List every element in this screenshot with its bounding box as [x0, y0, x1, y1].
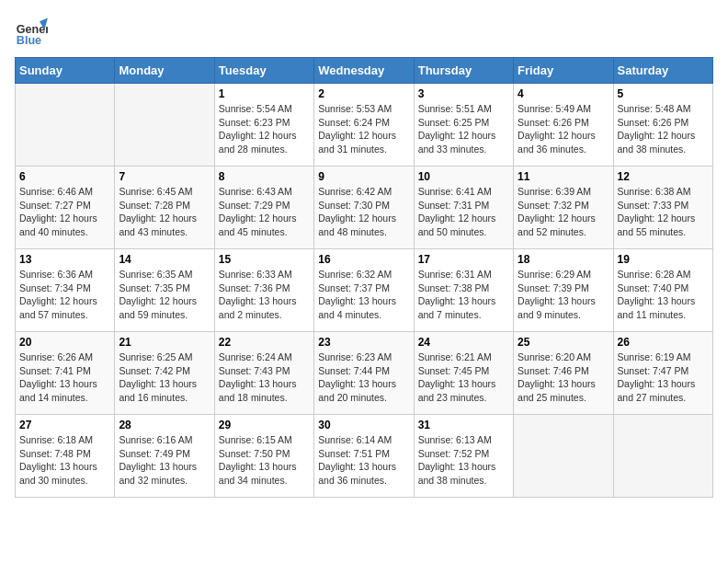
day-info: Sunrise: 5:54 AM Sunset: 6:23 PM Dayligh…	[219, 102, 310, 156]
calendar-cell	[115, 84, 214, 167]
day-info: Sunrise: 6:28 AM Sunset: 7:40 PM Dayligh…	[618, 268, 709, 322]
calendar-cell: 13Sunrise: 6:36 AM Sunset: 7:34 PM Dayli…	[16, 249, 115, 332]
calendar-cell: 5Sunrise: 5:48 AM Sunset: 6:26 PM Daylig…	[613, 84, 712, 167]
day-info: Sunrise: 6:31 AM Sunset: 7:38 PM Dayligh…	[418, 268, 509, 322]
day-info: Sunrise: 6:20 AM Sunset: 7:46 PM Dayligh…	[518, 350, 609, 405]
day-number: 30	[318, 419, 409, 431]
day-number: 22	[219, 336, 310, 349]
day-number: 5	[618, 87, 709, 100]
calendar-cell: 9Sunrise: 6:42 AM Sunset: 7:30 PM Daylig…	[314, 167, 414, 249]
calendar-cell: 21Sunrise: 6:25 AM Sunset: 7:42 PM Dayli…	[115, 332, 214, 415]
day-number: 3	[418, 87, 509, 100]
calendar-cell: 10Sunrise: 6:41 AM Sunset: 7:31 PM Dayli…	[414, 167, 513, 249]
day-number: 4	[518, 87, 609, 100]
day-info: Sunrise: 5:53 AM Sunset: 6:24 PM Dayligh…	[318, 102, 409, 156]
calendar-cell: 16Sunrise: 6:32 AM Sunset: 7:37 PM Dayli…	[314, 249, 414, 332]
calendar-cell: 8Sunrise: 6:43 AM Sunset: 7:29 PM Daylig…	[214, 167, 313, 249]
day-info: Sunrise: 6:38 AM Sunset: 7:33 PM Dayligh…	[618, 185, 709, 239]
day-number: 8	[219, 170, 310, 183]
day-number: 9	[318, 170, 409, 183]
day-number: 18	[518, 253, 609, 266]
page-header: General Blue	[15, 15, 713, 48]
column-header-tuesday: Tuesday	[214, 58, 313, 84]
column-header-saturday: Saturday	[613, 58, 712, 84]
calendar-cell: 14Sunrise: 6:35 AM Sunset: 7:35 PM Dayli…	[115, 249, 214, 332]
column-header-thursday: Thursday	[414, 58, 513, 84]
calendar-cell	[16, 84, 115, 167]
column-header-monday: Monday	[115, 58, 214, 84]
day-number: 14	[119, 253, 210, 266]
day-number: 31	[418, 419, 509, 431]
calendar-cell: 3Sunrise: 5:51 AM Sunset: 6:25 PM Daylig…	[414, 84, 513, 167]
day-info: Sunrise: 6:36 AM Sunset: 7:34 PM Dayligh…	[19, 268, 110, 322]
day-info: Sunrise: 6:43 AM Sunset: 7:29 PM Dayligh…	[219, 185, 310, 239]
calendar-cell: 26Sunrise: 6:19 AM Sunset: 7:47 PM Dayli…	[613, 332, 712, 415]
calendar-cell: 27Sunrise: 6:18 AM Sunset: 7:48 PM Dayli…	[16, 415, 115, 498]
day-info: Sunrise: 6:25 AM Sunset: 7:42 PM Dayligh…	[119, 350, 210, 405]
day-info: Sunrise: 6:19 AM Sunset: 7:47 PM Dayligh…	[618, 350, 709, 405]
day-info: Sunrise: 6:13 AM Sunset: 7:52 PM Dayligh…	[418, 433, 509, 488]
day-number: 15	[219, 253, 310, 266]
day-info: Sunrise: 6:32 AM Sunset: 7:37 PM Dayligh…	[318, 268, 409, 322]
day-number: 13	[19, 253, 110, 266]
calendar-cell: 12Sunrise: 6:38 AM Sunset: 7:33 PM Dayli…	[613, 167, 712, 249]
calendar-cell: 1Sunrise: 5:54 AM Sunset: 6:23 PM Daylig…	[214, 84, 313, 167]
calendar-week-1: 1Sunrise: 5:54 AM Sunset: 6:23 PM Daylig…	[16, 84, 713, 167]
day-info: Sunrise: 6:14 AM Sunset: 7:51 PM Dayligh…	[318, 433, 409, 488]
calendar-cell: 15Sunrise: 6:33 AM Sunset: 7:36 PM Dayli…	[214, 249, 313, 332]
logo-icon: General Blue	[15, 15, 48, 48]
day-number: 11	[518, 170, 609, 183]
day-info: Sunrise: 6:15 AM Sunset: 7:50 PM Dayligh…	[219, 433, 310, 488]
day-info: Sunrise: 6:41 AM Sunset: 7:31 PM Dayligh…	[418, 185, 509, 239]
day-info: Sunrise: 6:42 AM Sunset: 7:30 PM Dayligh…	[318, 185, 409, 239]
day-info: Sunrise: 6:35 AM Sunset: 7:35 PM Dayligh…	[119, 268, 210, 322]
column-header-wednesday: Wednesday	[314, 58, 414, 84]
calendar-cell	[514, 415, 613, 498]
calendar-cell: 24Sunrise: 6:21 AM Sunset: 7:45 PM Dayli…	[414, 332, 513, 415]
day-number: 26	[618, 336, 709, 349]
day-number: 17	[418, 253, 509, 266]
column-header-sunday: Sunday	[16, 58, 115, 84]
calendar-cell: 31Sunrise: 6:13 AM Sunset: 7:52 PM Dayli…	[414, 415, 513, 498]
calendar-cell: 22Sunrise: 6:24 AM Sunset: 7:43 PM Dayli…	[214, 332, 313, 415]
calendar-cell: 6Sunrise: 6:46 AM Sunset: 7:27 PM Daylig…	[16, 167, 115, 249]
day-number: 6	[19, 170, 110, 183]
day-info: Sunrise: 6:18 AM Sunset: 7:48 PM Dayligh…	[19, 433, 110, 488]
calendar-table: SundayMondayTuesdayWednesdayThursdayFrid…	[15, 57, 713, 498]
day-info: Sunrise: 6:23 AM Sunset: 7:44 PM Dayligh…	[318, 350, 409, 405]
calendar-cell: 18Sunrise: 6:29 AM Sunset: 7:39 PM Dayli…	[514, 249, 613, 332]
day-number: 23	[318, 336, 409, 349]
day-info: Sunrise: 6:29 AM Sunset: 7:39 PM Dayligh…	[518, 268, 609, 322]
calendar-cell: 28Sunrise: 6:16 AM Sunset: 7:49 PM Dayli…	[115, 415, 214, 498]
calendar-cell: 2Sunrise: 5:53 AM Sunset: 6:24 PM Daylig…	[314, 84, 414, 167]
day-info: Sunrise: 6:26 AM Sunset: 7:41 PM Dayligh…	[19, 350, 110, 405]
column-header-friday: Friday	[514, 58, 613, 84]
calendar-cell: 20Sunrise: 6:26 AM Sunset: 7:41 PM Dayli…	[16, 332, 115, 415]
day-number: 24	[418, 336, 509, 349]
calendar-cell	[613, 415, 712, 498]
day-info: Sunrise: 6:16 AM Sunset: 7:49 PM Dayligh…	[119, 433, 210, 488]
day-number: 12	[618, 170, 709, 183]
day-number: 29	[219, 419, 310, 431]
svg-text:Blue: Blue	[17, 34, 41, 47]
calendar-week-2: 6Sunrise: 6:46 AM Sunset: 7:27 PM Daylig…	[16, 167, 713, 249]
day-number: 20	[19, 336, 110, 349]
day-info: Sunrise: 6:33 AM Sunset: 7:36 PM Dayligh…	[219, 268, 310, 322]
day-number: 2	[318, 87, 409, 100]
day-info: Sunrise: 5:48 AM Sunset: 6:26 PM Dayligh…	[618, 102, 709, 156]
calendar-cell: 17Sunrise: 6:31 AM Sunset: 7:38 PM Dayli…	[414, 249, 513, 332]
calendar-cell: 25Sunrise: 6:20 AM Sunset: 7:46 PM Dayli…	[514, 332, 613, 415]
day-info: Sunrise: 5:49 AM Sunset: 6:26 PM Dayligh…	[518, 102, 609, 156]
day-number: 10	[418, 170, 509, 183]
calendar-cell: 7Sunrise: 6:45 AM Sunset: 7:28 PM Daylig…	[115, 167, 214, 249]
calendar-cell: 19Sunrise: 6:28 AM Sunset: 7:40 PM Dayli…	[613, 249, 712, 332]
day-info: Sunrise: 6:39 AM Sunset: 7:32 PM Dayligh…	[518, 185, 609, 239]
calendar-week-3: 13Sunrise: 6:36 AM Sunset: 7:34 PM Dayli…	[16, 249, 713, 332]
calendar-cell: 11Sunrise: 6:39 AM Sunset: 7:32 PM Dayli…	[514, 167, 613, 249]
day-number: 28	[119, 419, 210, 431]
day-number: 19	[618, 253, 709, 266]
calendar-cell: 23Sunrise: 6:23 AM Sunset: 7:44 PM Dayli…	[314, 332, 414, 415]
calendar-cell: 30Sunrise: 6:14 AM Sunset: 7:51 PM Dayli…	[314, 415, 414, 498]
calendar-week-5: 27Sunrise: 6:18 AM Sunset: 7:48 PM Dayli…	[16, 415, 713, 498]
day-number: 21	[119, 336, 210, 349]
